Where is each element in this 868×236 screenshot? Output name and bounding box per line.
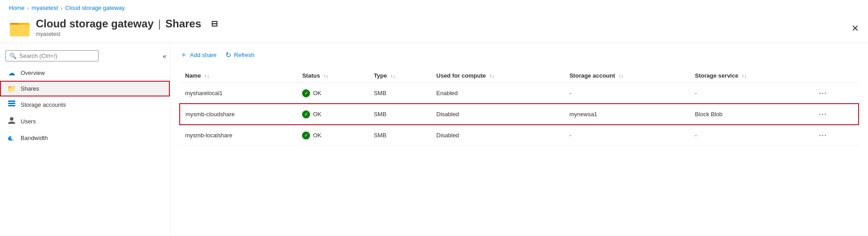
search-row: 🔍 «	[0, 47, 170, 65]
sidebar: 🔍 « ☁ Overview 📁 Shares Storage accounts	[0, 43, 170, 234]
cell-storage-account: mynewsa1	[564, 104, 690, 125]
storage-icon	[7, 100, 16, 109]
col-actions	[811, 69, 859, 83]
sort-name-icon[interactable]: ↑↓	[204, 73, 209, 79]
more-actions-button-1[interactable]: ···	[816, 109, 829, 120]
col-used-for-compute[interactable]: Used for compute ↑↓	[431, 69, 564, 83]
cell-more-actions: ···	[811, 125, 859, 146]
svg-rect-3	[8, 103, 15, 104]
bandwidth-icon	[7, 133, 16, 142]
svg-rect-2	[8, 101, 15, 102]
sort-compute-icon[interactable]: ↑↓	[489, 73, 494, 79]
sort-storage-service-icon[interactable]: ↑↓	[742, 73, 747, 79]
col-name[interactable]: Name ↑↓	[180, 69, 297, 83]
collapse-sidebar-button[interactable]: «	[159, 51, 170, 61]
add-icon: ＋	[180, 50, 187, 60]
svg-point-9	[11, 140, 13, 141]
svg-rect-1	[10, 25, 30, 36]
search-input[interactable]	[19, 52, 95, 59]
add-share-button[interactable]: ＋ Add share	[179, 48, 217, 61]
sort-storage-account-icon[interactable]: ↑↓	[618, 73, 623, 79]
page-title: Cloud storage gateway | Shares ⊟	[36, 17, 218, 30]
svg-rect-4	[8, 105, 15, 106]
users-icon	[7, 116, 16, 126]
refresh-button[interactable]: ↻ Refresh	[225, 49, 255, 61]
cell-name: mysmb-localshare	[180, 125, 297, 146]
shares-icon: 📁	[7, 84, 16, 93]
breadcrumb-myasetest[interactable]: myasetest	[31, 4, 58, 11]
sidebar-item-bandwidth-label: Bandwidth	[21, 135, 48, 141]
search-box[interactable]: 🔍	[5, 50, 99, 61]
breadcrumb: Home › myasetest › Cloud storage gateway	[0, 0, 868, 14]
header-subtitle: myasetest	[36, 31, 218, 37]
toolbar: ＋ Add share ↻ Refresh	[179, 48, 859, 61]
table-row[interactable]: mysmb-cloudshare✓OKSMBDisabledmynewsa1Bl…	[180, 104, 859, 125]
cell-storage-service: Block Blob	[690, 104, 811, 125]
sidebar-item-overview-label: Overview	[21, 70, 45, 76]
table-row[interactable]: mysharelocal1✓OKSMBEnabled--···	[180, 83, 859, 104]
cell-status: ✓OK	[297, 125, 368, 146]
sidebar-item-users-label: Users	[21, 118, 36, 125]
resource-icon	[9, 17, 30, 38]
main-layout: 🔍 « ☁ Overview 📁 Shares Storage accounts	[0, 43, 868, 234]
breadcrumb-cloud-storage-gateway[interactable]: Cloud storage gateway	[65, 4, 125, 11]
cell-used-for-compute: Disabled	[431, 125, 564, 146]
cell-more-actions: ···	[811, 83, 859, 104]
status-ok-icon: ✓	[302, 131, 310, 140]
main-content: ＋ Add share ↻ Refresh Name ↑↓ Status ↑↓	[170, 43, 868, 234]
cell-name: mysmb-cloudshare	[180, 104, 297, 125]
cell-storage-service: -	[690, 83, 811, 104]
shares-table: Name ↑↓ Status ↑↓ Type ↑↓ Used for compu…	[179, 69, 859, 146]
col-storage-service[interactable]: Storage service ↑↓	[690, 69, 811, 83]
print-icon[interactable]: ⊟	[211, 19, 218, 29]
more-actions-button-2[interactable]: ···	[816, 130, 829, 141]
cell-storage-account: -	[564, 125, 690, 146]
cell-type: SMB	[368, 104, 431, 125]
sort-status-icon[interactable]: ↑↓	[324, 73, 328, 79]
header-title-group: Cloud storage gateway | Shares ⊟ myasete…	[36, 17, 218, 37]
page-header: Cloud storage gateway | Shares ⊟ myasete…	[0, 14, 868, 43]
refresh-icon: ↻	[225, 51, 231, 59]
close-button[interactable]: ✕	[851, 24, 859, 33]
col-storage-account[interactable]: Storage account ↑↓	[564, 69, 690, 83]
sidebar-item-storage-accounts[interactable]: Storage accounts	[0, 96, 170, 113]
cell-storage-account: -	[564, 83, 690, 104]
cell-name: mysharelocal1	[180, 83, 297, 104]
sidebar-item-users[interactable]: Users	[0, 113, 170, 130]
col-type[interactable]: Type ↑↓	[368, 69, 431, 83]
sidebar-item-bandwidth[interactable]: Bandwidth	[0, 130, 170, 146]
status-ok-icon: ✓	[302, 89, 310, 97]
cell-used-for-compute: Enabled	[431, 83, 564, 104]
sidebar-item-shares-label: Shares	[21, 85, 39, 92]
cell-storage-service: -	[690, 125, 811, 146]
cell-type: SMB	[368, 83, 431, 104]
sort-type-icon[interactable]: ↑↓	[390, 73, 395, 79]
table-row[interactable]: mysmb-localshare✓OKSMBDisabled--···	[180, 125, 859, 146]
sidebar-item-overview[interactable]: ☁ Overview	[0, 65, 170, 81]
overview-icon: ☁	[7, 69, 16, 77]
col-status[interactable]: Status ↑↓	[297, 69, 368, 83]
cell-used-for-compute: Disabled	[431, 104, 564, 125]
more-actions-button-0[interactable]: ···	[816, 87, 829, 99]
cell-status: ✓OK	[297, 104, 368, 125]
sidebar-item-storage-accounts-label: Storage accounts	[21, 101, 66, 108]
search-icon: 🔍	[9, 52, 17, 59]
svg-point-5	[10, 117, 13, 121]
cell-more-actions: ···	[811, 104, 859, 125]
breadcrumb-home[interactable]: Home	[9, 4, 25, 11]
table-header-row: Name ↑↓ Status ↑↓ Type ↑↓ Used for compu…	[180, 69, 859, 83]
status-ok-icon: ✓	[302, 110, 310, 118]
sidebar-item-shares[interactable]: 📁 Shares	[0, 81, 170, 96]
cell-status: ✓OK	[297, 83, 368, 104]
cell-type: SMB	[368, 125, 431, 146]
